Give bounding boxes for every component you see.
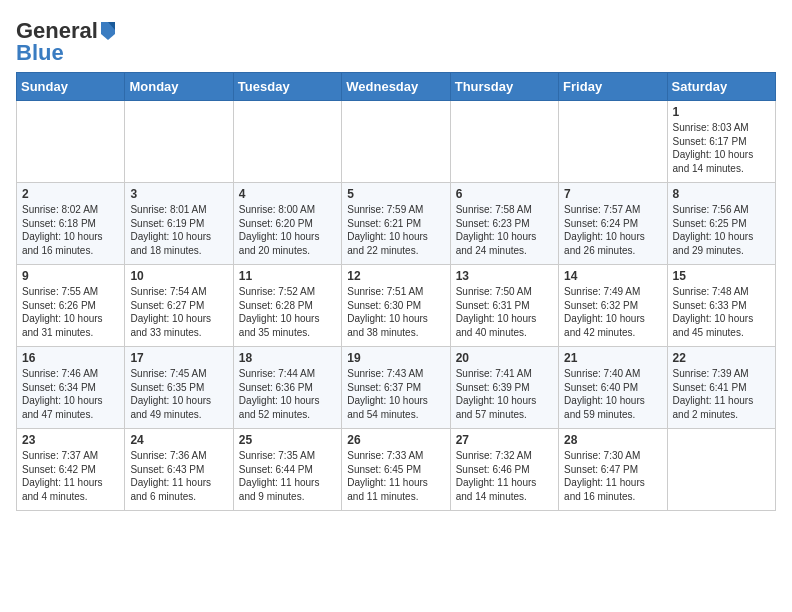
calendar-cell: 24Sunrise: 7:36 AM Sunset: 6:43 PM Dayli…: [125, 429, 233, 511]
day-info: Sunrise: 8:00 AM Sunset: 6:20 PM Dayligh…: [239, 203, 336, 257]
day-number: 19: [347, 351, 444, 365]
day-info: Sunrise: 7:35 AM Sunset: 6:44 PM Dayligh…: [239, 449, 336, 503]
calendar-cell: 23Sunrise: 7:37 AM Sunset: 6:42 PM Dayli…: [17, 429, 125, 511]
calendar-week-row: 1Sunrise: 8:03 AM Sunset: 6:17 PM Daylig…: [17, 101, 776, 183]
calendar-cell: 22Sunrise: 7:39 AM Sunset: 6:41 PM Dayli…: [667, 347, 775, 429]
day-number: 28: [564, 433, 661, 447]
page-header: General Blue: [16, 16, 776, 64]
calendar-cell: [559, 101, 667, 183]
day-info: Sunrise: 7:37 AM Sunset: 6:42 PM Dayligh…: [22, 449, 119, 503]
day-info: Sunrise: 7:56 AM Sunset: 6:25 PM Dayligh…: [673, 203, 770, 257]
day-number: 6: [456, 187, 553, 201]
day-info: Sunrise: 7:45 AM Sunset: 6:35 PM Dayligh…: [130, 367, 227, 421]
day-info: Sunrise: 7:36 AM Sunset: 6:43 PM Dayligh…: [130, 449, 227, 503]
calendar-cell: 13Sunrise: 7:50 AM Sunset: 6:31 PM Dayli…: [450, 265, 558, 347]
calendar-cell: 9Sunrise: 7:55 AM Sunset: 6:26 PM Daylig…: [17, 265, 125, 347]
calendar-cell: 27Sunrise: 7:32 AM Sunset: 6:46 PM Dayli…: [450, 429, 558, 511]
day-number: 12: [347, 269, 444, 283]
day-info: Sunrise: 7:30 AM Sunset: 6:47 PM Dayligh…: [564, 449, 661, 503]
day-info: Sunrise: 7:32 AM Sunset: 6:46 PM Dayligh…: [456, 449, 553, 503]
calendar-cell: 7Sunrise: 7:57 AM Sunset: 6:24 PM Daylig…: [559, 183, 667, 265]
header-monday: Monday: [125, 73, 233, 101]
logo-icon: [99, 20, 117, 42]
calendar-cell: 4Sunrise: 8:00 AM Sunset: 6:20 PM Daylig…: [233, 183, 341, 265]
day-number: 8: [673, 187, 770, 201]
calendar-cell: [667, 429, 775, 511]
day-info: Sunrise: 7:59 AM Sunset: 6:21 PM Dayligh…: [347, 203, 444, 257]
calendar-week-row: 9Sunrise: 7:55 AM Sunset: 6:26 PM Daylig…: [17, 265, 776, 347]
calendar-week-row: 16Sunrise: 7:46 AM Sunset: 6:34 PM Dayli…: [17, 347, 776, 429]
day-number: 5: [347, 187, 444, 201]
header-sunday: Sunday: [17, 73, 125, 101]
calendar-cell: 16Sunrise: 7:46 AM Sunset: 6:34 PM Dayli…: [17, 347, 125, 429]
logo-text-blue: Blue: [16, 42, 117, 64]
day-info: Sunrise: 8:03 AM Sunset: 6:17 PM Dayligh…: [673, 121, 770, 175]
calendar-cell: 19Sunrise: 7:43 AM Sunset: 6:37 PM Dayli…: [342, 347, 450, 429]
day-number: 2: [22, 187, 119, 201]
day-number: 17: [130, 351, 227, 365]
day-number: 7: [564, 187, 661, 201]
day-info: Sunrise: 7:58 AM Sunset: 6:23 PM Dayligh…: [456, 203, 553, 257]
day-number: 22: [673, 351, 770, 365]
calendar-cell: 20Sunrise: 7:41 AM Sunset: 6:39 PM Dayli…: [450, 347, 558, 429]
calendar-cell: [125, 101, 233, 183]
calendar-cell: 1Sunrise: 8:03 AM Sunset: 6:17 PM Daylig…: [667, 101, 775, 183]
calendar-cell: 15Sunrise: 7:48 AM Sunset: 6:33 PM Dayli…: [667, 265, 775, 347]
day-info: Sunrise: 7:51 AM Sunset: 6:30 PM Dayligh…: [347, 285, 444, 339]
day-info: Sunrise: 8:02 AM Sunset: 6:18 PM Dayligh…: [22, 203, 119, 257]
calendar-cell: 10Sunrise: 7:54 AM Sunset: 6:27 PM Dayli…: [125, 265, 233, 347]
day-info: Sunrise: 7:57 AM Sunset: 6:24 PM Dayligh…: [564, 203, 661, 257]
logo: General Blue: [16, 20, 117, 64]
day-number: 9: [22, 269, 119, 283]
calendar-cell: 18Sunrise: 7:44 AM Sunset: 6:36 PM Dayli…: [233, 347, 341, 429]
header-wednesday: Wednesday: [342, 73, 450, 101]
day-number: 23: [22, 433, 119, 447]
day-info: Sunrise: 7:39 AM Sunset: 6:41 PM Dayligh…: [673, 367, 770, 421]
calendar-cell: 3Sunrise: 8:01 AM Sunset: 6:19 PM Daylig…: [125, 183, 233, 265]
day-number: 13: [456, 269, 553, 283]
day-info: Sunrise: 7:55 AM Sunset: 6:26 PM Dayligh…: [22, 285, 119, 339]
calendar-cell: [233, 101, 341, 183]
day-info: Sunrise: 7:48 AM Sunset: 6:33 PM Dayligh…: [673, 285, 770, 339]
day-info: Sunrise: 7:33 AM Sunset: 6:45 PM Dayligh…: [347, 449, 444, 503]
day-number: 16: [22, 351, 119, 365]
day-info: Sunrise: 7:50 AM Sunset: 6:31 PM Dayligh…: [456, 285, 553, 339]
calendar-header-row: SundayMondayTuesdayWednesdayThursdayFrid…: [17, 73, 776, 101]
day-info: Sunrise: 7:41 AM Sunset: 6:39 PM Dayligh…: [456, 367, 553, 421]
day-info: Sunrise: 7:52 AM Sunset: 6:28 PM Dayligh…: [239, 285, 336, 339]
calendar-week-row: 2Sunrise: 8:02 AM Sunset: 6:18 PM Daylig…: [17, 183, 776, 265]
day-number: 1: [673, 105, 770, 119]
logo-text-general: General: [16, 20, 98, 42]
day-info: Sunrise: 7:43 AM Sunset: 6:37 PM Dayligh…: [347, 367, 444, 421]
calendar-cell: 17Sunrise: 7:45 AM Sunset: 6:35 PM Dayli…: [125, 347, 233, 429]
day-number: 18: [239, 351, 336, 365]
day-info: Sunrise: 7:46 AM Sunset: 6:34 PM Dayligh…: [22, 367, 119, 421]
day-number: 10: [130, 269, 227, 283]
calendar-cell: 21Sunrise: 7:40 AM Sunset: 6:40 PM Dayli…: [559, 347, 667, 429]
day-number: 3: [130, 187, 227, 201]
calendar-cell: [342, 101, 450, 183]
header-thursday: Thursday: [450, 73, 558, 101]
calendar-cell: 5Sunrise: 7:59 AM Sunset: 6:21 PM Daylig…: [342, 183, 450, 265]
day-number: 27: [456, 433, 553, 447]
day-number: 25: [239, 433, 336, 447]
calendar-cell: 25Sunrise: 7:35 AM Sunset: 6:44 PM Dayli…: [233, 429, 341, 511]
day-number: 24: [130, 433, 227, 447]
day-number: 4: [239, 187, 336, 201]
header-tuesday: Tuesday: [233, 73, 341, 101]
day-info: Sunrise: 7:40 AM Sunset: 6:40 PM Dayligh…: [564, 367, 661, 421]
calendar-cell: 26Sunrise: 7:33 AM Sunset: 6:45 PM Dayli…: [342, 429, 450, 511]
day-number: 11: [239, 269, 336, 283]
calendar-cell: 2Sunrise: 8:02 AM Sunset: 6:18 PM Daylig…: [17, 183, 125, 265]
day-info: Sunrise: 7:49 AM Sunset: 6:32 PM Dayligh…: [564, 285, 661, 339]
calendar-cell: 11Sunrise: 7:52 AM Sunset: 6:28 PM Dayli…: [233, 265, 341, 347]
day-info: Sunrise: 8:01 AM Sunset: 6:19 PM Dayligh…: [130, 203, 227, 257]
day-number: 20: [456, 351, 553, 365]
day-info: Sunrise: 7:54 AM Sunset: 6:27 PM Dayligh…: [130, 285, 227, 339]
calendar-cell: 14Sunrise: 7:49 AM Sunset: 6:32 PM Dayli…: [559, 265, 667, 347]
day-number: 14: [564, 269, 661, 283]
calendar-cell: [450, 101, 558, 183]
day-number: 26: [347, 433, 444, 447]
calendar-cell: 12Sunrise: 7:51 AM Sunset: 6:30 PM Dayli…: [342, 265, 450, 347]
day-number: 15: [673, 269, 770, 283]
